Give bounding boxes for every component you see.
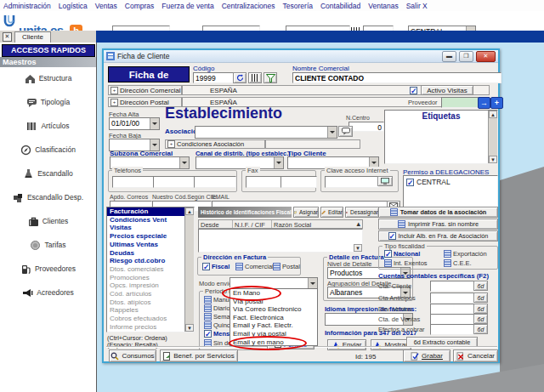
opcion-postal[interactable]: Postal — [273, 263, 300, 270]
list-item[interactable]: Condiciones Vent — [107, 216, 185, 224]
canal-select[interactable] — [196, 156, 284, 169]
cta-anticipos-6d-button[interactable]: 6d — [473, 293, 488, 303]
opcion-fiscal[interactable]: ✓Fiscal — [202, 263, 230, 270]
asociacion-select[interactable] — [195, 126, 337, 139]
fecha-alta-select[interactable]: 01/01/00 — [109, 117, 160, 130]
delegacion-checkbox[interactable]: ✓ — [406, 179, 414, 186]
col-nif[interactable]: N.I.F. / CIF — [233, 220, 272, 228]
expand-icon[interactable]: + — [110, 87, 118, 94]
list-item[interactable]: Deudas — [107, 249, 185, 258]
opcion-comercial[interactable]: Comercial — [235, 263, 274, 270]
dropdown-option-email-en-mano[interactable]: Email y en mano — [230, 338, 317, 347]
direccion-comercial-cell[interactable]: +Dirección Comercial — [108, 85, 182, 95]
list-item[interactable]: Opcs. impresión — [107, 281, 185, 290]
list-item-facturacion[interactable]: Facturación — [107, 207, 185, 216]
efectos-cobrar-input[interactable] — [430, 324, 476, 335]
asignar-button[interactable]: Asignar — [293, 207, 319, 218]
desasignar-button[interactable]: Desasignar — [345, 207, 379, 218]
list-item[interactable]: Riesgo ctd.cobro — [107, 257, 185, 265]
historico-table-body[interactable]: ▼ — [198, 229, 363, 253]
close-button[interactable]: ✕ — [476, 51, 496, 62]
activo-visitas-checkbox[interactable]: ✓ — [410, 87, 417, 94]
efectos-cobrar-6d-button[interactable]: 6d — [473, 324, 488, 334]
chevron-down-icon[interactable] — [179, 157, 189, 168]
dropdown-option[interactable]: Vía Correo Electronico — [230, 305, 317, 314]
sidebar-item-articulos[interactable]: Artículos — [0, 119, 96, 133]
cta-ventas-6d-button[interactable]: 6d — [473, 314, 488, 324]
chevron-down-icon[interactable] — [274, 157, 283, 168]
telefono-input-3[interactable] — [194, 176, 236, 188]
col-desde[interactable]: Desde — [199, 220, 233, 228]
grabar-button[interactable]: Grabar — [403, 349, 450, 362]
sidebar-item-clasificacion[interactable]: Clasificación — [0, 143, 96, 156]
dropdown-option[interactable]: Vía postal — [230, 298, 317, 306]
window-titlebar[interactable]: Ficha de Cliente ▬ ❐ ✕ — [104, 50, 498, 63]
scroll-up-icon[interactable]: ▲ — [185, 207, 194, 215]
imprimir-fras-button[interactable]: Imprimir Fras. sin nombre — [378, 219, 498, 230]
condiciones-asociacion-value[interactable] — [265, 139, 360, 149]
asociacion-comment-button[interactable] — [338, 126, 353, 137]
fiscalidad-int-exentos[interactable]: Int. Exentos — [384, 259, 428, 267]
barcode-button[interactable] — [248, 72, 262, 83]
cta-cliente-input[interactable] — [430, 281, 476, 292]
cancelar-button[interactable]: Cancelar — [453, 349, 498, 362]
maximize-button[interactable]: ❐ — [459, 51, 473, 62]
incluir-alb-toggle[interactable]: ✓Incluir Alb. en Fra. de Asociación — [378, 230, 498, 241]
incluir-checkbox[interactable]: ✓ — [388, 232, 396, 240]
condiciones-asociacion-cell[interactable]: +Condiciones Asociación — [165, 139, 265, 149]
fiscalidad-nacional[interactable]: ✓Nacional — [384, 250, 420, 258]
dropdown-option[interactable]: Email y vía postal — [230, 330, 317, 338]
sidebar-item-acreedores[interactable]: Acreedores — [0, 286, 96, 299]
consumos-button[interactable]: Consumos — [109, 349, 156, 362]
expand-icon[interactable]: + — [167, 140, 175, 148]
list-item[interactable]: Rappeles — [107, 306, 185, 315]
benef-servicios-button[interactable]: Benef. por Servicios — [160, 349, 238, 362]
fax-input-1[interactable] — [246, 176, 282, 188]
scroll-down-icon[interactable]: ▼ — [489, 156, 497, 163]
editar-button[interactable]: Editar — [320, 207, 343, 218]
list-item[interactable]: Dtos. comerciales — [107, 265, 185, 274]
etiquetas-scrollbar[interactable]: ▲ ▼ — [488, 111, 497, 163]
list-item[interactable]: Ultimas Ventas — [107, 241, 185, 249]
clave-internet-input[interactable] — [325, 176, 379, 188]
list-item[interactable]: Precios especiale — [107, 232, 185, 241]
list-item[interactable]: Promociones — [107, 274, 185, 282]
scroll-up-icon[interactable]: ▲ — [354, 220, 362, 228]
fiscalidad-cee[interactable]: C.E.E. — [444, 259, 472, 267]
fax-input-2[interactable] — [280, 176, 317, 188]
dev-ventas-6d-button[interactable]: 6d — [473, 304, 488, 314]
expand-icon[interactable]: + — [110, 99, 118, 106]
ncentro-field[interactable]: 0 — [348, 122, 384, 132]
clave-internet-button[interactable] — [377, 176, 393, 186]
dropdown-option[interactable]: Email y Fact. Electr. — [230, 321, 317, 330]
sidebar-item-estructura[interactable]: Estructura — [0, 71, 96, 85]
chevron-down-icon[interactable] — [150, 118, 159, 129]
sidebar-item-escandallo-desp[interactable]: Escandallo Desp. — [0, 190, 96, 204]
sidebar-item-tarifas[interactable]: Tarifas — [0, 238, 96, 252]
nombre-comercial-field[interactable]: CLIENTE CONTADO — [292, 72, 502, 83]
enviar-button[interactable]: Enviar — [327, 339, 366, 350]
periodo-diario[interactable]: Diario — [204, 304, 230, 312]
list-item[interactable]: Cobros efectuados — [107, 315, 185, 323]
tomar-datos-button[interactable]: Tomar datos de la asociación — [378, 207, 498, 218]
scroll-down-icon[interactable]: ▼ — [185, 324, 194, 332]
dropdown-option[interactable]: Fact. Electrónica — [230, 314, 317, 322]
telefono-input-2[interactable] — [153, 176, 196, 188]
fiscalidad-exportacion[interactable]: Exportación — [444, 250, 487, 258]
sidebar-item-escandallo[interactable]: Escandallo — [0, 167, 96, 180]
add-proveedor-button[interactable]: + — [490, 97, 503, 109]
scroll-down-icon[interactable]: ▼ — [354, 244, 362, 252]
minimize-button[interactable]: ▬ — [442, 51, 456, 62]
cta-cliente-6d-button[interactable]: 6d — [473, 281, 488, 291]
list-item[interactable]: Informe precios — [107, 323, 185, 332]
activo-visitas-button[interactable]: Activo Visitas — [421, 85, 473, 95]
codigo-field[interactable]: 19999 — [193, 72, 235, 83]
proveedor-asociado-field[interactable] — [441, 97, 480, 108]
list-item[interactable]: Dtos. atípicos — [107, 298, 185, 307]
sidebar-item-proveedores[interactable]: Proveedores — [0, 262, 96, 276]
delegacion-central-item[interactable]: ✓ CENTRAL — [404, 176, 497, 188]
telefono-input-1[interactable] — [112, 176, 155, 188]
cta-anticipos-input[interactable] — [430, 293, 476, 304]
scroll-up-icon[interactable]: ▲ — [489, 111, 497, 118]
dropdown-option-en-mano[interactable]: En Mano — [230, 289, 317, 298]
